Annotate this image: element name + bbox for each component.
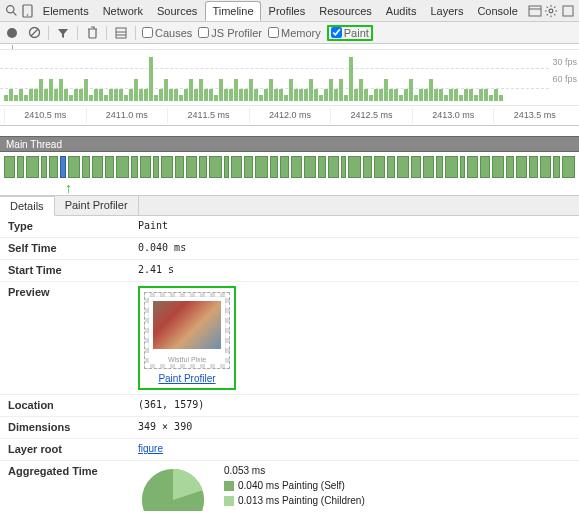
tab-console[interactable]: Console bbox=[471, 2, 523, 20]
agg-self-value: 0.040 ms Painting (Self) bbox=[238, 480, 345, 491]
aggregated-time-legend: 0.053 ms 0.040 ms Painting (Self) 0.013 … bbox=[224, 465, 365, 510]
drawer-icon[interactable] bbox=[528, 2, 542, 20]
js-profiler-label: JS Profiler bbox=[211, 27, 262, 39]
timeline-toolbar: Causes JS Profiler Memory Paint bbox=[0, 22, 579, 44]
fps-overview[interactable]: 30 fps 60 fps bbox=[0, 50, 579, 106]
dimensions-label: Dimensions bbox=[8, 421, 138, 433]
device-icon[interactable] bbox=[20, 2, 34, 20]
main-thread-body[interactable]: ↑ bbox=[0, 152, 579, 196]
type-label: Type bbox=[8, 220, 138, 232]
svg-line-10 bbox=[31, 29, 38, 36]
causes-label: Causes bbox=[155, 27, 192, 39]
aggregated-time-pie bbox=[138, 465, 208, 511]
causes-checkbox[interactable]: Causes bbox=[142, 27, 192, 39]
dimensions-value: 349 × 390 bbox=[138, 421, 192, 432]
close-drawer-icon[interactable] bbox=[561, 2, 575, 20]
details-pane: TypePaint Self Time0.040 ms Start Time2.… bbox=[0, 216, 579, 511]
time-axis: 2410.5 ms 2411.0 ms 2411.5 ms 2412.0 ms … bbox=[0, 106, 579, 126]
preview-caption: Wistful Pixie bbox=[149, 353, 225, 364]
fps-bars bbox=[0, 53, 579, 101]
svg-rect-4 bbox=[529, 6, 541, 16]
svg-point-6 bbox=[549, 9, 553, 13]
time-tick: 2412.0 ms bbox=[249, 108, 331, 123]
view-mode-icon[interactable] bbox=[113, 25, 129, 41]
svg-rect-11 bbox=[116, 28, 126, 38]
type-value: Paint bbox=[138, 220, 168, 231]
devtools-tab-bar: Elements Network Sources Timeline Profil… bbox=[0, 0, 579, 22]
tab-timeline[interactable]: Timeline bbox=[205, 1, 260, 21]
agg-total-value: 0.053 ms bbox=[224, 465, 265, 476]
legend-swatch-self bbox=[224, 481, 234, 491]
divider bbox=[48, 26, 49, 40]
location-value: (361, 1579) bbox=[138, 399, 204, 410]
preview-checker: Wistful Pixie bbox=[144, 292, 230, 369]
tab-resources[interactable]: Resources bbox=[313, 2, 378, 20]
trash-icon[interactable] bbox=[84, 25, 100, 41]
tab-sources[interactable]: Sources bbox=[151, 2, 203, 20]
paint-profiler-link[interactable]: Paint Profiler bbox=[158, 373, 215, 384]
svg-rect-7 bbox=[563, 6, 573, 16]
svg-point-3 bbox=[27, 14, 29, 16]
legend-swatch-children bbox=[224, 496, 234, 506]
time-tick: 2411.5 ms bbox=[167, 108, 249, 123]
search-icon[interactable] bbox=[4, 2, 18, 20]
tab-paint-profiler[interactable]: Paint Profiler bbox=[55, 196, 139, 215]
memory-label: Memory bbox=[281, 27, 321, 39]
self-time-value: 0.040 ms bbox=[138, 242, 186, 253]
preview-thumbnail bbox=[149, 297, 225, 353]
settings-icon[interactable] bbox=[544, 2, 558, 20]
divider bbox=[135, 26, 136, 40]
detail-tabs: Details Paint Profiler bbox=[0, 196, 579, 216]
tab-network[interactable]: Network bbox=[97, 2, 149, 20]
location-label: Location bbox=[8, 399, 138, 411]
tab-audits[interactable]: Audits bbox=[380, 2, 423, 20]
start-time-label: Start Time bbox=[8, 264, 138, 276]
tab-elements[interactable]: Elements bbox=[37, 2, 95, 20]
time-tick: 2410.5 ms bbox=[4, 108, 86, 123]
start-time-value: 2.41 s bbox=[138, 264, 174, 275]
clear-icon[interactable] bbox=[26, 25, 42, 41]
divider bbox=[77, 26, 78, 40]
memory-checkbox[interactable]: Memory bbox=[268, 27, 321, 39]
tab-details[interactable]: Details bbox=[0, 196, 55, 216]
paint-checkbox[interactable]: Paint bbox=[327, 25, 373, 41]
js-profiler-checkbox[interactable]: JS Profiler bbox=[198, 27, 262, 39]
preview-label: Preview bbox=[8, 286, 138, 298]
filter-icon[interactable] bbox=[55, 25, 71, 41]
main-thread-header[interactable]: Main Thread bbox=[0, 136, 579, 152]
aggregated-time-label: Aggregated Time bbox=[8, 465, 138, 477]
paint-label: Paint bbox=[344, 27, 369, 39]
selection-arrow-icon: ↑ bbox=[65, 180, 72, 196]
agg-children-value: 0.013 ms Painting (Children) bbox=[238, 495, 365, 506]
time-tick: 2411.0 ms bbox=[86, 108, 168, 123]
time-tick: 2412.5 ms bbox=[330, 108, 412, 123]
time-tick: 2413.0 ms bbox=[412, 108, 494, 123]
tab-layers[interactable]: Layers bbox=[424, 2, 469, 20]
tab-profiles[interactable]: Profiles bbox=[263, 2, 312, 20]
self-time-label: Self Time bbox=[8, 242, 138, 254]
svg-point-8 bbox=[7, 28, 17, 38]
record-icon[interactable] bbox=[4, 25, 20, 41]
svg-line-1 bbox=[13, 12, 16, 15]
divider bbox=[106, 26, 107, 40]
svg-point-0 bbox=[6, 6, 13, 13]
time-tick: 2413.5 ms bbox=[493, 108, 575, 123]
layer-root-label: Layer root bbox=[8, 443, 138, 455]
layer-root-link[interactable]: figure bbox=[138, 443, 163, 454]
preview-highlight: Wistful Pixie Paint Profiler bbox=[138, 286, 236, 390]
